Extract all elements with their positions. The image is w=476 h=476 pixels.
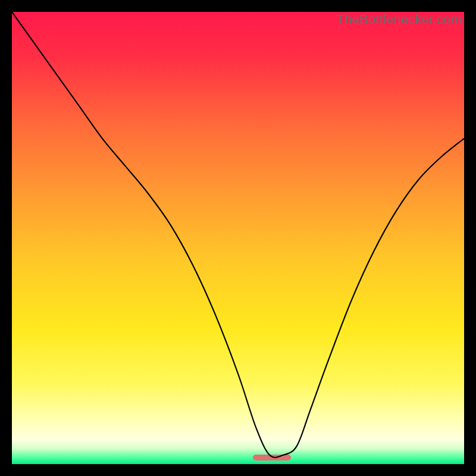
bottleneck-curve bbox=[12, 12, 464, 464]
plot-frame: TheBottlenecker.com bbox=[12, 12, 464, 464]
watermark-text: TheBottlenecker.com bbox=[337, 12, 462, 27]
